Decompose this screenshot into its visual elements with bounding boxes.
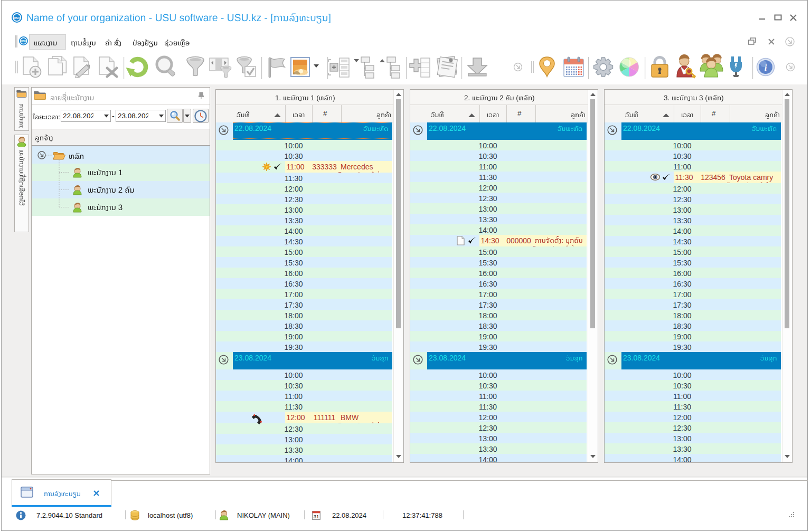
svg-text:USU: USU [14, 16, 20, 20]
svg-text:USU: USU [21, 40, 26, 43]
svg-text:31: 31 [314, 514, 319, 519]
svg-text:i: i [765, 63, 767, 73]
